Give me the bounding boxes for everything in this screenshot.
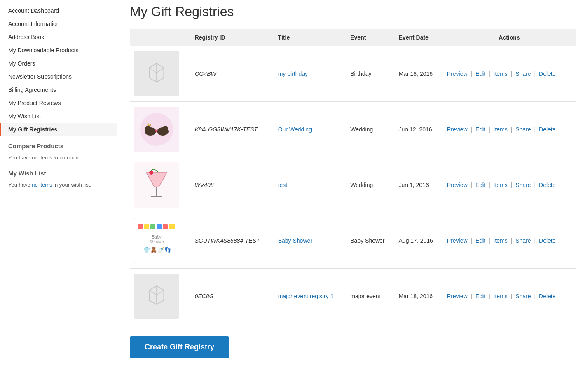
page-layout: Account Dashboard Account Information Ad… xyxy=(0,0,588,372)
sidebar-item-billing-agreements[interactable]: Billing Agreements xyxy=(0,83,117,96)
action-separator: | xyxy=(533,182,537,188)
svg-rect-12 xyxy=(138,224,143,229)
sidebar: Account Dashboard Account Information Ad… xyxy=(0,0,117,372)
action-share-link[interactable]: Share xyxy=(515,293,531,299)
action-delete-link[interactable]: Delete xyxy=(539,70,555,77)
action-preview-link[interactable]: Preview xyxy=(447,182,468,188)
registry-id-cell: WV408 xyxy=(191,157,274,213)
registry-event-date-cell: Aug 17, 2016 xyxy=(395,213,443,269)
create-gift-registry-button[interactable]: Create Gift Registry xyxy=(130,336,229,358)
action-separator: | xyxy=(487,293,492,299)
table-row: ♥ K84LGG8WM17K-TESTOur WeddingWeddingJun… xyxy=(130,102,576,157)
sidebar-item-address-book[interactable]: Address Book xyxy=(0,30,117,44)
registry-actions-cell: Preview | Edit | Items | Share | Delete xyxy=(443,269,576,324)
col-actions: Actions xyxy=(443,29,576,46)
registry-image-cell xyxy=(130,157,191,213)
create-button-container: Create Gift Registry xyxy=(130,324,576,358)
compare-products-section: Compare Products xyxy=(0,136,117,152)
registry-id-cell: QG4BW xyxy=(191,46,274,102)
action-items-link[interactable]: Items xyxy=(494,70,508,77)
col-event-date: Event Date xyxy=(395,29,443,46)
registry-id-cell: K84LGG8WM17K-TEST xyxy=(191,102,274,157)
registry-image-cell xyxy=(130,269,191,324)
registry-placeholder-image xyxy=(134,51,179,96)
registry-title-link[interactable]: Our Wedding xyxy=(278,126,312,133)
sidebar-item-downloadable-products[interactable]: My Downloadable Products xyxy=(0,44,117,57)
action-edit-link[interactable]: Edit xyxy=(476,70,485,77)
registry-title-link[interactable]: my birthday xyxy=(278,70,308,77)
sidebar-item-newsletter-subscriptions[interactable]: Newsletter Subscriptions xyxy=(0,70,117,83)
table-row: Baby Shower 👕 🧸 🍼 👣 SGUTWK4S85884-TESTBa… xyxy=(130,213,576,269)
table-row: 0EC8Gmajor event registry 1major eventMa… xyxy=(130,269,576,324)
action-share-link[interactable]: Share xyxy=(515,182,531,188)
action-separator: | xyxy=(533,70,537,77)
action-share-link[interactable]: Share xyxy=(515,237,531,244)
sidebar-item-my-orders[interactable]: My Orders xyxy=(0,57,117,70)
action-preview-link[interactable]: Preview xyxy=(447,237,468,244)
action-delete-link[interactable]: Delete xyxy=(539,126,555,133)
action-items-link[interactable]: Items xyxy=(494,182,508,188)
sidebar-item-account-information[interactable]: Account Information xyxy=(0,17,117,30)
registry-title-cell: major event registry 1 xyxy=(274,269,347,324)
registry-event-date-cell: Jun 1, 2016 xyxy=(395,157,443,213)
action-separator: | xyxy=(509,293,514,299)
registry-wedding-image: ♥ xyxy=(134,107,179,152)
registry-cocktail-image xyxy=(134,162,179,208)
svg-text:♥: ♥ xyxy=(155,128,158,133)
registry-image-cell: Baby Shower 👕 🧸 🍼 👣 xyxy=(130,213,191,269)
svg-rect-15 xyxy=(157,224,162,229)
svg-point-4 xyxy=(162,126,168,132)
action-edit-link[interactable]: Edit xyxy=(476,182,485,188)
svg-text:👣: 👣 xyxy=(164,246,171,253)
sidebar-item-account-dashboard[interactable]: Account Dashboard xyxy=(0,4,117,17)
action-preview-link[interactable]: Preview xyxy=(447,293,468,299)
action-separator: | xyxy=(487,70,492,77)
registry-image-cell: ♥ xyxy=(130,102,191,157)
action-preview-link[interactable]: Preview xyxy=(447,70,468,77)
wishlist-no-items-link[interactable]: no items xyxy=(32,182,52,188)
registry-title-cell: test xyxy=(274,157,347,213)
registry-title-link[interactable]: Baby Shower xyxy=(278,237,312,244)
registry-id-cell: SGUTWK4S85884-TEST xyxy=(191,213,274,269)
svg-point-3 xyxy=(145,126,151,132)
action-separator: | xyxy=(509,237,514,244)
action-share-link[interactable]: Share xyxy=(515,126,531,133)
registry-event-cell: major event xyxy=(346,269,394,324)
wishlist-text-1: You have xyxy=(8,182,32,188)
action-preview-link[interactable]: Preview xyxy=(447,126,468,133)
col-title: Title xyxy=(274,29,347,46)
action-items-link[interactable]: Items xyxy=(494,237,508,244)
action-separator: | xyxy=(533,126,537,133)
registry-event-date-cell: Jun 12, 2016 xyxy=(395,102,443,157)
registry-title-link[interactable]: test xyxy=(278,182,288,188)
registry-title-link[interactable]: major event registry 1 xyxy=(278,293,334,299)
action-separator: | xyxy=(487,126,492,133)
action-delete-link[interactable]: Delete xyxy=(539,293,555,299)
compare-products-text: You have no items to compare. xyxy=(0,152,117,163)
svg-text:Shower: Shower xyxy=(149,239,165,244)
action-separator: | xyxy=(487,237,492,244)
sidebar-item-wish-list[interactable]: My Wish List xyxy=(0,110,117,123)
registry-image-cell xyxy=(130,46,191,102)
action-share-link[interactable]: Share xyxy=(515,70,531,77)
action-items-link[interactable]: Items xyxy=(494,293,508,299)
action-delete-link[interactable]: Delete xyxy=(539,237,555,244)
sidebar-item-product-reviews[interactable]: My Product Reviews xyxy=(0,96,117,110)
sidebar-item-gift-registries[interactable]: My Gift Registries xyxy=(0,123,117,136)
action-delete-link[interactable]: Delete xyxy=(539,182,555,188)
action-edit-link[interactable]: Edit xyxy=(476,237,485,244)
svg-point-10 xyxy=(149,171,153,175)
action-edit-link[interactable]: Edit xyxy=(476,293,485,299)
action-edit-link[interactable]: Edit xyxy=(476,126,485,133)
action-separator: | xyxy=(469,293,474,299)
registry-event-cell: Baby Shower xyxy=(346,213,394,269)
svg-rect-16 xyxy=(163,224,168,229)
action-separator: | xyxy=(533,237,537,244)
wish-list-text: You have no items in your wish list. xyxy=(0,179,117,190)
table-header-row: Registry ID Title Event Event Date Actio… xyxy=(130,29,576,46)
col-event: Event xyxy=(346,29,394,46)
svg-text:👕: 👕 xyxy=(143,246,150,253)
registry-id-cell: 0EC8G xyxy=(191,269,274,324)
action-items-link[interactable]: Items xyxy=(494,126,508,133)
table-row: QG4BWmy birthdayBirthdayMar 18, 2016Prev… xyxy=(130,46,576,102)
